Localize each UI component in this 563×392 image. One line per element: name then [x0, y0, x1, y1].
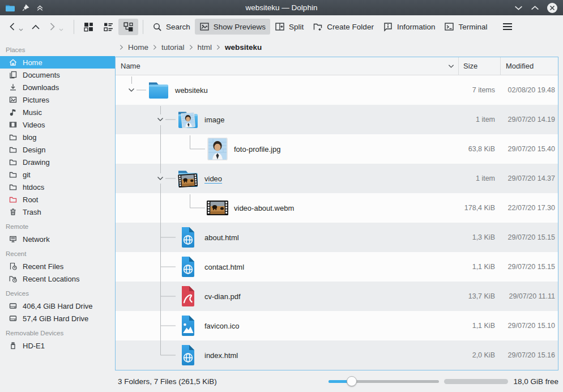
maximize-icon[interactable]	[531, 5, 539, 11]
breadcrumb-home[interactable]: Home	[128, 43, 148, 52]
table-row-websiteku[interactable]: websiteku 7 items 02/08/20 19.48	[116, 75, 558, 105]
table-row-video-about[interactable]: video-about.webm 178,4 KiB 22/07/20 17.3…	[116, 193, 558, 223]
create-folder-icon	[313, 22, 323, 32]
sidebar-item-hard-drive-2[interactable]: 57,4 GiB Hard Drive	[0, 312, 115, 325]
sort-indicator-icon	[448, 64, 454, 69]
column-size[interactable]: Size	[458, 57, 500, 75]
tree-view-button[interactable]	[118, 19, 138, 35]
table-row-foto-profile[interactable]: foto-profile.jpg 63,8 KiB 29/07/20 15.40	[116, 134, 558, 164]
split-button[interactable]: Split	[270, 19, 308, 35]
html-file-icon	[177, 226, 199, 249]
sidebar-item-recent-files[interactable]: Recent Files	[0, 260, 115, 272]
expander-icon[interactable]	[156, 174, 165, 183]
breadcrumb-html[interactable]: html	[198, 43, 212, 52]
sidebar-item-music[interactable]: Music	[0, 106, 115, 118]
keep-above-icon[interactable]	[36, 4, 44, 12]
sidebar-item-network[interactable]: Network	[0, 233, 115, 245]
expander-icon[interactable]	[156, 115, 165, 124]
table-row-cv-dian-pdf[interactable]: cv-dian.pdf 13,7 KiB 29/07/20 11.11	[116, 282, 558, 311]
information-label: Information	[397, 23, 436, 31]
section-header-removable-devices: Removable Devices	[0, 325, 115, 339]
titlebar[interactable]: websiteku — Dolphin	[0, 0, 563, 15]
breadcrumb-tutorial[interactable]: tutorial	[161, 43, 185, 52]
sidebar-item-pictures[interactable]: Pictures	[0, 93, 115, 106]
back-button[interactable]	[6, 19, 25, 34]
details-view-icon	[103, 22, 114, 32]
table-row-image[interactable]: image 1 item 29/07/20 14.19	[116, 105, 558, 134]
forward-dropdown-caret[interactable]	[59, 28, 63, 31]
places-panel: Places Home Documents Downloads Pictures…	[0, 38, 115, 392]
file-clock-icon	[8, 262, 18, 271]
search-label: Search	[166, 23, 190, 31]
photo-thumbnail-icon	[206, 138, 229, 160]
expander-icon[interactable]	[127, 86, 136, 95]
details-view-button[interactable]	[99, 19, 118, 35]
show-previews-button[interactable]: Show Previews	[195, 19, 270, 35]
information-button[interactable]: Information	[378, 19, 440, 35]
up-button[interactable]	[29, 20, 42, 34]
window-title: websiteku — Dolphin	[0, 3, 563, 12]
pin-icon[interactable]	[22, 4, 29, 12]
sidebar-item-hard-drive-1[interactable]: 406,4 GiB Hard Drive	[0, 300, 115, 312]
pdf-file-icon	[177, 285, 199, 308]
create-folder-button[interactable]: Create Folder	[308, 19, 378, 35]
section-header-remote: Remote	[0, 218, 115, 233]
sidebar-item-blog[interactable]: blog	[0, 131, 115, 143]
menu-button[interactable]	[497, 19, 518, 34]
search-icon	[152, 22, 162, 32]
documents-icon	[8, 70, 18, 79]
table-row-favicon-ico[interactable]: favicon.ico 1,1 KiB 29/07/20 15.10	[116, 311, 558, 340]
dolphin-window: websiteku — Dolphin	[0, 0, 563, 392]
film-icon	[8, 120, 18, 129]
column-name[interactable]: Name	[116, 57, 458, 75]
icons-view-button[interactable]	[79, 19, 99, 35]
split-icon	[275, 22, 285, 32]
sidebar-item-downloads[interactable]: Downloads	[0, 81, 115, 93]
table-row-video[interactable]: video 1 item 29/07/20 14.37	[116, 164, 558, 193]
sidebar-item-videos[interactable]: Videos	[0, 118, 115, 131]
drive-icon	[8, 301, 18, 310]
image-file-icon	[177, 314, 199, 337]
sidebar-item-trash[interactable]: Trash	[0, 206, 115, 218]
sidebar-item-design[interactable]: Design	[0, 143, 115, 156]
close-icon[interactable]	[547, 3, 557, 13]
folder-icon	[8, 133, 18, 142]
zoom-slider[interactable]	[329, 376, 439, 386]
breadcrumb-websiteku[interactable]: websiteku	[225, 43, 262, 52]
folder-icon	[8, 170, 18, 179]
table-row-about-html[interactable]: about.html 1,3 KiB 29/07/20 15.15	[116, 223, 558, 252]
terminal-icon	[444, 22, 454, 32]
terminal-button[interactable]: Terminal	[440, 19, 492, 35]
folder-image-icon	[177, 108, 199, 131]
table-row-contact-html[interactable]: contact.html 1,1 KiB 29/07/20 15.15	[116, 252, 558, 282]
toolbar-separator	[74, 20, 74, 34]
table-row-index-html[interactable]: index.html 2,0 KiB 29/07/20 15.16	[116, 340, 558, 370]
sidebar-item-drawing[interactable]: Drawing	[0, 156, 115, 168]
column-modified[interactable]: Modified	[500, 57, 558, 75]
sidebar-item-home[interactable]: Home	[0, 56, 115, 69]
music-note-icon	[8, 108, 18, 117]
toolbar-separator	[143, 20, 143, 34]
app-folder-icon	[5, 3, 15, 12]
folder-icon	[8, 145, 18, 154]
sidebar-item-root[interactable]: Root	[0, 193, 115, 206]
section-header-devices: Devices	[0, 285, 115, 300]
home-icon	[8, 58, 18, 67]
selection-summary: 3 Folders, 7 Files (261,5 KiB)	[118, 377, 329, 386]
zoom-slider-knob[interactable]	[347, 376, 357, 386]
sidebar-item-git[interactable]: git	[0, 168, 115, 181]
minimize-icon[interactable]	[514, 5, 523, 11]
forward-button[interactable]	[46, 19, 66, 34]
download-icon	[8, 83, 18, 92]
red-folder-icon	[8, 195, 18, 204]
disk-usage-bar	[444, 379, 508, 384]
search-button[interactable]: Search	[148, 19, 195, 35]
folder-clock-icon	[8, 274, 18, 283]
sidebar-item-hd-e1[interactable]: HD-E1	[0, 339, 115, 352]
folder-icon	[8, 157, 18, 167]
picture-icon	[8, 95, 18, 104]
sidebar-item-htdocs[interactable]: htdocs	[0, 181, 115, 193]
sidebar-item-recent-locations[interactable]: Recent Locations	[0, 272, 115, 285]
back-dropdown-caret[interactable]	[19, 28, 23, 31]
sidebar-item-documents[interactable]: Documents	[0, 69, 115, 81]
